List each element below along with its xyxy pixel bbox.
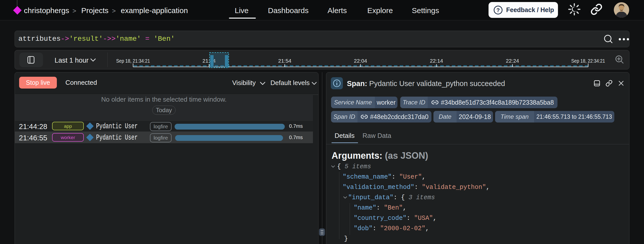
svg-text:?: ? (496, 7, 500, 13)
